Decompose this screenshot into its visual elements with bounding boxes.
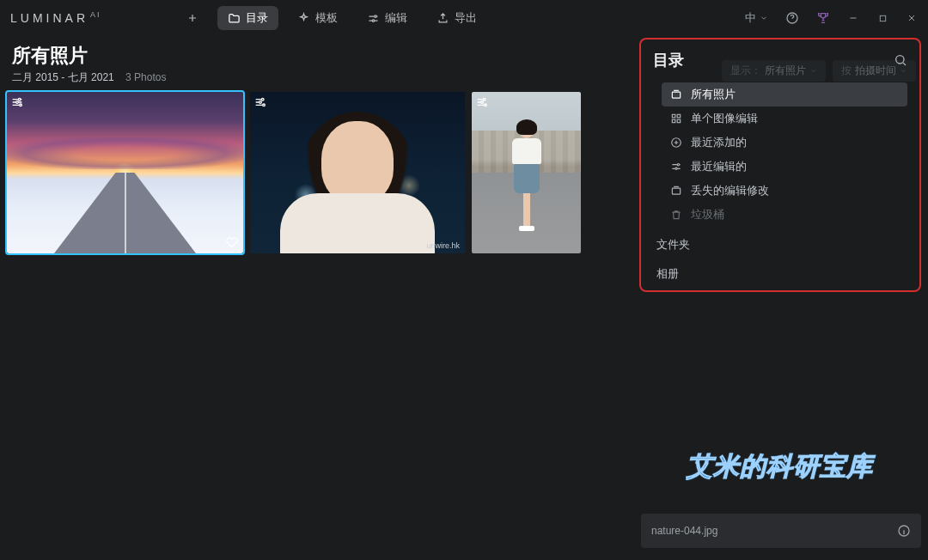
nav-edit-label: 编辑 bbox=[385, 10, 407, 26]
svg-rect-16 bbox=[677, 114, 681, 118]
nav-templates-label: 模板 bbox=[315, 10, 338, 26]
sidebar-item-lost-edits[interactable]: 丢失的编辑修改 bbox=[662, 179, 907, 203]
sidebar-item-label: 单个图像编辑 bbox=[691, 111, 758, 126]
nav-catalog[interactable]: 目录 bbox=[217, 6, 278, 30]
language-label: 中 bbox=[745, 10, 756, 26]
folder-icon bbox=[228, 12, 241, 25]
logo-sup: AI bbox=[90, 10, 101, 19]
search-icon[interactable] bbox=[894, 53, 907, 67]
sliders-icon bbox=[670, 161, 682, 173]
help-icon[interactable] bbox=[785, 11, 799, 25]
sidebar-item-recent-edited[interactable]: 最近编辑的 bbox=[662, 155, 907, 179]
sparkle-icon bbox=[297, 12, 310, 25]
svg-point-9 bbox=[263, 104, 266, 107]
svg-point-10 bbox=[483, 98, 485, 100]
page-subline: 二月 2015 - 七月 2021 3 Photos bbox=[12, 70, 722, 85]
catalog-panel: 目录 所有照片 单个图像编辑 最近添加的 最近编辑的 丢失的编辑修改 垃圾桶 bbox=[639, 38, 921, 292]
thumbnail[interactable] bbox=[472, 92, 581, 253]
window-maximize[interactable] bbox=[876, 12, 888, 24]
sidebar-item-all-photos[interactable]: 所有照片 bbox=[662, 82, 907, 107]
logo-main: LUMINAR bbox=[10, 11, 89, 25]
favorite-icon[interactable] bbox=[226, 236, 238, 248]
svg-point-7 bbox=[261, 98, 264, 100]
page-title: 所有照片 bbox=[12, 43, 722, 69]
adjustments-icon bbox=[253, 95, 267, 109]
sidebar-item-recent-added[interactable]: 最近添加的 bbox=[662, 131, 907, 155]
filename-bar: nature-044.jpg bbox=[641, 514, 921, 548]
svg-rect-17 bbox=[672, 119, 675, 123]
top-nav: 目录 模板 编辑 导出 bbox=[176, 6, 487, 30]
date-range: 二月 2015 - 七月 2021 bbox=[12, 71, 114, 83]
nav-templates[interactable]: 模板 bbox=[287, 6, 348, 30]
thumbnail[interactable]: unwire.hk bbox=[250, 92, 465, 253]
thumbnail[interactable] bbox=[7, 92, 243, 253]
sidebar-item-trash[interactable]: 垃圾桶 bbox=[662, 203, 907, 227]
sidebar-section-albums[interactable]: 相册 bbox=[653, 256, 907, 285]
titlebar: LUMINAR AI 目录 模板 编辑 bbox=[0, 0, 928, 36]
sliders-icon bbox=[367, 12, 380, 25]
svg-rect-15 bbox=[672, 114, 675, 118]
add-button[interactable] bbox=[176, 8, 209, 28]
trash-icon bbox=[670, 209, 682, 221]
sidebar-item-single-edit[interactable]: 单个图像编辑 bbox=[662, 107, 907, 131]
nav-export[interactable]: 导出 bbox=[426, 6, 487, 30]
sidebar-item-label: 丢失的编辑修改 bbox=[691, 183, 769, 198]
catalog-panel-title: 目录 bbox=[653, 50, 894, 70]
nav-catalog-label: 目录 bbox=[246, 10, 268, 26]
svg-point-6 bbox=[20, 104, 22, 107]
photo-count: 3 Photos bbox=[125, 71, 166, 83]
chevron-down-icon bbox=[760, 14, 768, 22]
svg-point-11 bbox=[481, 101, 484, 104]
sidebar-item-label: 垃圾桶 bbox=[691, 207, 724, 222]
svg-point-1 bbox=[372, 19, 375, 21]
filename-text: nature-044.jpg bbox=[651, 525, 717, 537]
nav-export-label: 导出 bbox=[455, 10, 477, 26]
svg-point-13 bbox=[896, 56, 904, 64]
image-watermark: unwire.hk bbox=[426, 241, 460, 250]
svg-point-8 bbox=[259, 101, 262, 104]
overlay-watermark: 艾米的科研宝库 bbox=[687, 449, 873, 484]
svg-point-20 bbox=[677, 164, 679, 166]
svg-point-12 bbox=[485, 104, 487, 107]
adjustments-icon bbox=[475, 95, 489, 109]
window-close[interactable] bbox=[906, 12, 918, 24]
grid-icon bbox=[670, 113, 682, 125]
language-selector[interactable]: 中 bbox=[745, 10, 768, 26]
titlebar-right: 中 bbox=[745, 10, 918, 26]
app-logo: LUMINAR AI bbox=[10, 11, 103, 25]
svg-point-4 bbox=[18, 98, 21, 100]
adjustments-icon bbox=[10, 95, 24, 109]
sidebar-item-label: 最近添加的 bbox=[691, 135, 747, 150]
info-icon[interactable] bbox=[897, 524, 911, 538]
trophy-icon[interactable] bbox=[816, 11, 830, 25]
svg-rect-22 bbox=[672, 188, 680, 194]
svg-rect-3 bbox=[880, 15, 885, 21]
stack-icon bbox=[670, 185, 682, 197]
plus-circle-icon bbox=[670, 137, 682, 149]
svg-rect-14 bbox=[672, 92, 680, 98]
stack-icon bbox=[670, 88, 682, 100]
sidebar-item-label: 所有照片 bbox=[691, 87, 736, 102]
svg-point-0 bbox=[374, 15, 376, 17]
svg-rect-18 bbox=[677, 119, 681, 123]
window-minimize[interactable] bbox=[847, 12, 859, 24]
plus-icon bbox=[186, 12, 198, 24]
sidebar-item-label: 最近编辑的 bbox=[691, 159, 747, 174]
svg-point-21 bbox=[675, 167, 677, 169]
svg-point-5 bbox=[16, 101, 19, 104]
catalog-list: 所有照片 单个图像编辑 最近添加的 最近编辑的 丢失的编辑修改 垃圾桶 bbox=[653, 82, 907, 227]
export-icon bbox=[437, 12, 449, 25]
nav-edit[interactable]: 编辑 bbox=[357, 6, 418, 30]
sidebar-section-folders[interactable]: 文件夹 bbox=[653, 227, 907, 256]
